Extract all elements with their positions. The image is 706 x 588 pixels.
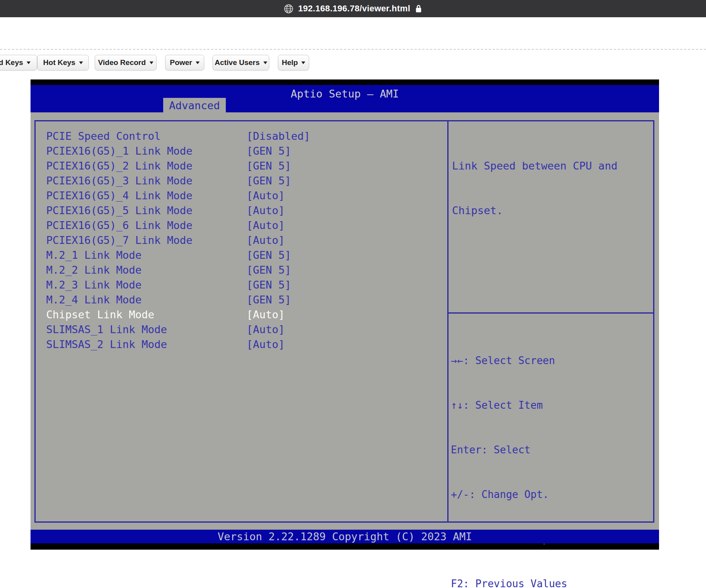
send-keys-menu-button[interactable]: Send Keys [0, 55, 37, 70]
bios-screen: Aptio Setup – AMI Advanced PCIE Speed Co… [31, 79, 659, 550]
setting-row[interactable]: M.2_1 Link Mode[GEN 5] [36, 248, 447, 263]
chevron-down-icon [301, 61, 305, 64]
video-record-label: Video Record [98, 58, 146, 67]
legend-line: F2: Previous Values [451, 576, 641, 588]
setting-value: [GEN 5] [247, 248, 291, 263]
setting-label: M.2_2 Link Mode [46, 263, 142, 278]
setting-row[interactable]: PCIEX16(G5)_4 Link Mode[Auto] [36, 188, 447, 203]
browser-bar: 192.168.196.78/viewer.html [0, 0, 706, 17]
setting-label: PCIEX16(G5)_7 Link Mode [46, 233, 193, 248]
legend-line: ↑↓: Select Item [451, 398, 641, 413]
setting-label: PCIEX16(G5)_6 Link Mode [46, 218, 193, 233]
video-record-menu-button[interactable]: Video Record [95, 55, 157, 70]
setting-row[interactable]: M.2_2 Link Mode[GEN 5] [36, 263, 447, 278]
setting-label: PCIEX16(G5)_5 Link Mode [46, 203, 193, 218]
bios-content: PCIE Speed Control[Disabled] PCIEX16(G5)… [31, 112, 659, 530]
help-text: Link Speed between CPU and Chipset. [448, 121, 653, 248]
hot-keys-label: Hot Keys [43, 58, 75, 67]
setting-value: [Auto] [247, 337, 285, 352]
setting-label: M.2_4 Link Mode [46, 292, 142, 307]
setting-value: [GEN 5] [247, 173, 291, 188]
power-label: Power [170, 58, 192, 67]
setting-label: PCIE Speed Control [46, 129, 161, 144]
setting-label: PCIEX16(G5)_2 Link Mode [46, 159, 193, 173]
setting-value: [GEN 5] [247, 144, 291, 159]
help-pane: Link Speed between CPU and Chipset. →←: … [448, 121, 653, 521]
lock-icon [415, 4, 422, 13]
setting-row[interactable]: M.2_4 Link Mode[GEN 5] [36, 292, 447, 307]
active-users-label: Active Users [214, 58, 259, 67]
power-menu-button[interactable]: Power [165, 55, 204, 70]
setting-label: SLIMSAS_2 Link Mode [46, 337, 167, 352]
bios-header: Aptio Setup – AMI [31, 85, 659, 112]
chevron-down-icon [27, 61, 31, 64]
setting-row[interactable]: M.2_3 Link Mode[GEN 5] [36, 278, 447, 292]
setting-value: [Auto] [247, 218, 285, 233]
setting-row[interactable]: SLIMSAS_1 Link Mode[Auto] [36, 322, 447, 337]
legend-line: →←: Select Screen [451, 353, 641, 368]
send-keys-label: Send Keys [0, 58, 23, 67]
setting-value: [Auto] [247, 203, 285, 218]
setting-row[interactable]: PCIEX16(G5)_3 Link Mode[GEN 5] [36, 173, 447, 188]
setting-label: PCIEX16(G5)_3 Link Mode [46, 173, 193, 188]
setting-row[interactable]: PCIEX16(G5)_2 Link Mode[GEN 5] [36, 159, 447, 173]
help-label: Help [282, 58, 298, 67]
hot-keys-menu-button[interactable]: Hot Keys [37, 55, 89, 70]
help-line: Chipset. [452, 203, 653, 218]
setting-value: [GEN 5] [247, 278, 291, 292]
chevron-down-icon [79, 61, 83, 64]
setting-value: [Auto] [247, 322, 285, 337]
setting-value: [Disabled] [247, 129, 310, 144]
key-legend: →←: Select Screen ↑↓: Select Item Enter:… [451, 323, 641, 588]
setting-value: [Auto] [247, 307, 285, 322]
tab-advanced[interactable]: Advanced [163, 98, 226, 112]
bios-version-text: Version 2.22.1289 Copyright (C) 2023 AMI [218, 530, 472, 543]
help-line: Link Speed between CPU and [452, 159, 653, 173]
chevron-down-icon [263, 61, 267, 64]
setting-label: M.2_1 Link Mode [46, 248, 142, 263]
bios-title: Aptio Setup – AMI [31, 85, 659, 100]
legend-line: Enter: Select [451, 442, 641, 457]
setting-label: SLIMSAS_1 Link Mode [46, 322, 167, 337]
setting-value: [GEN 5] [247, 263, 291, 278]
toolbar-separator [0, 49, 706, 50]
setting-row[interactable]: PCIEX16(G5)_7 Link Mode[Auto] [36, 233, 447, 248]
setting-label: PCIEX16(G5)_1 Link Mode [46, 144, 193, 159]
active-users-menu-button[interactable]: Active Users [213, 55, 269, 70]
setting-value: [Auto] [247, 233, 285, 248]
setting-row[interactable]: PCIEX16(G5)_6 Link Mode[Auto] [36, 218, 447, 233]
chevron-down-icon [196, 61, 200, 64]
settings-panel: PCIE Speed Control[Disabled] PCIEX16(G5)… [34, 120, 654, 523]
setting-row[interactable]: PCIEX16(G5)_1 Link Mode[GEN 5] [36, 144, 447, 159]
bios-version-bar: Version 2.22.1289 Copyright (C) 2023 AMI [31, 530, 659, 543]
help-legend-divider [448, 312, 653, 314]
setting-value: [GEN 5] [247, 159, 291, 173]
url-text[interactable]: 192.168.196.78/viewer.html [298, 4, 411, 14]
setting-row[interactable]: PCIE Speed Control[Disabled] [36, 129, 447, 144]
settings-list: PCIE Speed Control[Disabled] PCIEX16(G5)… [36, 121, 447, 352]
globe-icon [284, 4, 294, 14]
setting-label: M.2_3 Link Mode [46, 278, 142, 292]
help-menu-button[interactable]: Help [278, 55, 309, 70]
chevron-down-icon [149, 61, 153, 64]
setting-label: PCIEX16(G5)_4 Link Mode [46, 188, 193, 203]
setting-value: [GEN 5] [247, 292, 291, 307]
setting-value: [Auto] [247, 188, 285, 203]
setting-row-selected[interactable]: Chipset Link Mode[Auto] [36, 307, 447, 322]
legend-line: +/-: Change Opt. [451, 487, 641, 502]
setting-row[interactable]: PCIEX16(G5)_5 Link Mode[Auto] [36, 203, 447, 218]
setting-row[interactable]: SLIMSAS_2 Link Mode[Auto] [36, 337, 447, 352]
setting-label: Chipset Link Mode [46, 307, 154, 322]
